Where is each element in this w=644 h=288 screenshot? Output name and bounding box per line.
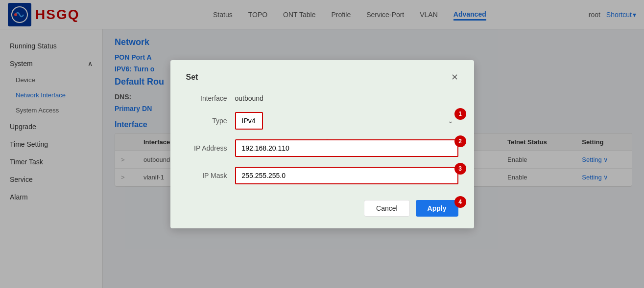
badge-4: 4 xyxy=(454,196,466,208)
cancel-button[interactable]: Cancel xyxy=(364,200,410,217)
modal-dialog: ForelCP Set ✕ Interface outbound Type IP… xyxy=(170,60,474,228)
modal-mask-row: IP Mask 3 xyxy=(186,167,458,184)
modal-ip-row: IP Address 2 xyxy=(186,139,458,157)
type-select-wrapper: IPv4 xyxy=(235,112,458,130)
modal-footer: Cancel Apply 4 xyxy=(186,200,458,217)
ip-mask-label: IP Mask xyxy=(186,172,235,179)
interface-label: Interface xyxy=(186,94,235,102)
modal-type-row: Type IPv4 1 xyxy=(186,112,458,130)
badge-2: 2 xyxy=(454,135,466,147)
modal-interface-row: Interface outbound xyxy=(186,94,458,102)
modal-overlay: ForelCP Set ✕ Interface outbound Type IP… xyxy=(0,0,644,288)
modal-title: Set xyxy=(186,73,198,82)
type-select[interactable]: IPv4 xyxy=(235,112,263,130)
type-label: Type xyxy=(186,117,235,125)
interface-value: outbound xyxy=(235,94,263,102)
badge-1: 1 xyxy=(454,108,466,120)
ip-address-label: IP Address xyxy=(186,144,235,152)
apply-button[interactable]: Apply xyxy=(416,200,458,217)
modal-close-button[interactable]: ✕ xyxy=(451,72,458,83)
badge-3: 3 xyxy=(454,163,466,175)
ip-mask-input[interactable] xyxy=(235,167,458,184)
modal-header: Set ✕ xyxy=(186,72,458,83)
ip-address-input[interactable] xyxy=(235,139,458,157)
